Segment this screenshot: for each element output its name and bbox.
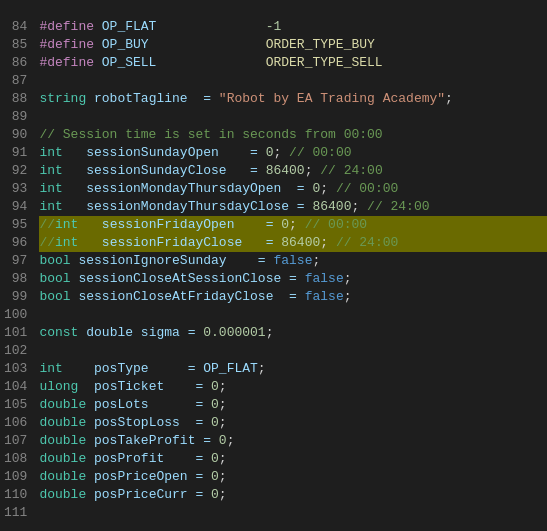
code-token: ; — [219, 487, 227, 502]
line-number-gutter: 8485868788899091929394959697989910010110… — [0, 0, 35, 522]
code-token: int — [39, 145, 62, 160]
line-number: 105 — [4, 396, 27, 414]
code-token: false — [305, 271, 344, 286]
code-token: double — [39, 397, 86, 412]
code-line: bool sessionCloseAtFridayClose = false; — [39, 288, 547, 306]
code-token: 0 — [211, 415, 219, 430]
code-token: double — [39, 433, 86, 448]
code-token: ; — [219, 379, 227, 394]
code-line: bool sessionCloseAtSessionClose = false; — [39, 270, 547, 288]
code-token: ; — [258, 361, 266, 376]
code-token: false — [273, 253, 312, 268]
code-token: // Session time is set in seconds from 0… — [39, 127, 382, 142]
code-token: 0 — [281, 217, 289, 232]
code-line: #define OP_FLAT -1 — [39, 18, 547, 36]
code-line: double posStopLoss = 0; — [39, 414, 547, 432]
code-line: double posPriceCurr = 0; — [39, 486, 547, 504]
line-number: 106 — [4, 414, 27, 432]
line-number: 90 — [4, 126, 27, 144]
line-number: 99 — [4, 288, 27, 306]
code-line — [39, 0, 547, 18]
code-line: int sessionSundayClose = 86400; // 24:00 — [39, 162, 547, 180]
code-line: int sessionMondayThursdayClose = 86400; … — [39, 198, 547, 216]
code-line: //int sessionFridayOpen = 0; // 00:00 — [39, 216, 547, 234]
line-number: 104 — [4, 378, 27, 396]
code-token: bool — [39, 289, 70, 304]
line-number: 91 — [4, 144, 27, 162]
code-token: posProfit = — [86, 451, 211, 466]
code-line: const double sigma = 0.000001; — [39, 324, 547, 342]
code-token: sessionIgnoreSunday = — [71, 253, 274, 268]
code-token: // 00:00 — [289, 145, 351, 160]
code-token: sessionCloseAtSessionClose = — [71, 271, 305, 286]
code-token: // 24:00 — [367, 199, 429, 214]
code-token: string — [39, 91, 86, 106]
code-token: // 00:00 — [336, 181, 398, 196]
line-number: 110 — [4, 486, 27, 504]
code-token: ; — [445, 91, 453, 106]
code-line — [39, 72, 547, 90]
code-token: // 00:00 — [305, 217, 367, 232]
code-token: 0 — [211, 451, 219, 466]
code-token: ; — [219, 469, 227, 484]
code-token: posType = — [63, 361, 203, 376]
code-token: int — [39, 181, 62, 196]
line-number: 92 — [4, 162, 27, 180]
code-line: #define OP_BUY ORDER_TYPE_BUY — [39, 36, 547, 54]
code-token: false — [305, 289, 344, 304]
code-token: ; — [312, 253, 320, 268]
line-number: 101 — [4, 324, 27, 342]
line-number — [4, 0, 27, 18]
code-token: sessionMondayThursdayOpen = — [63, 181, 313, 196]
code-token: ; — [320, 235, 336, 250]
code-token: // 24:00 — [320, 163, 382, 178]
code-token: int — [55, 235, 78, 250]
code-token: // — [39, 217, 55, 232]
line-number: 88 — [4, 90, 27, 108]
code-token: // — [39, 235, 55, 250]
line-number: 103 — [4, 360, 27, 378]
line-number: 97 — [4, 252, 27, 270]
code-line: double posTakeProfit = 0; — [39, 432, 547, 450]
code-token — [149, 37, 266, 52]
code-token: sessionFridayClose = — [78, 235, 281, 250]
code-token: "Robot by EA Trading Academy" — [219, 91, 445, 106]
code-token: double — [39, 451, 86, 466]
code-token: int — [39, 199, 62, 214]
code-token: double sigma = — [78, 325, 203, 340]
code-line — [39, 306, 547, 324]
code-token: ; — [320, 181, 336, 196]
line-number: 93 — [4, 180, 27, 198]
code-token: ; — [219, 451, 227, 466]
code-line: int posType = OP_FLAT; — [39, 360, 547, 378]
line-number: 85 — [4, 36, 27, 54]
code-token: 0 — [211, 487, 219, 502]
code-token: double — [39, 415, 86, 430]
code-token: ulong — [39, 379, 78, 394]
code-token: 0 — [211, 469, 219, 484]
code-token: ; — [344, 271, 352, 286]
code-token: OP_FLAT — [203, 361, 258, 376]
code-token: -1 — [266, 19, 282, 34]
code-token: ; — [227, 433, 235, 448]
line-number: 94 — [4, 198, 27, 216]
line-number: 111 — [4, 504, 27, 522]
code-token: ; — [289, 217, 305, 232]
code-token: int — [55, 217, 78, 232]
code-line: double posPriceOpen = 0; — [39, 468, 547, 486]
code-token: int — [39, 361, 62, 376]
code-token: ; — [351, 199, 367, 214]
code-token: double — [39, 469, 86, 484]
code-line: double posLots = 0; — [39, 396, 547, 414]
code-token: sessionSundayOpen = — [63, 145, 266, 160]
code-token: posPriceCurr = — [86, 487, 211, 502]
line-number: 108 — [4, 450, 27, 468]
code-token: robotTagline = — [86, 91, 219, 106]
code-content: #define OP_FLAT -1#define OP_BUY ORDER_T… — [35, 0, 547, 522]
code-token: const — [39, 325, 78, 340]
code-token: 86400 — [281, 235, 320, 250]
code-token: posLots = — [86, 397, 211, 412]
code-token: sessionFridayOpen = — [78, 217, 281, 232]
code-token: #define — [39, 37, 94, 52]
code-token: ORDER_TYPE_BUY — [266, 37, 375, 52]
